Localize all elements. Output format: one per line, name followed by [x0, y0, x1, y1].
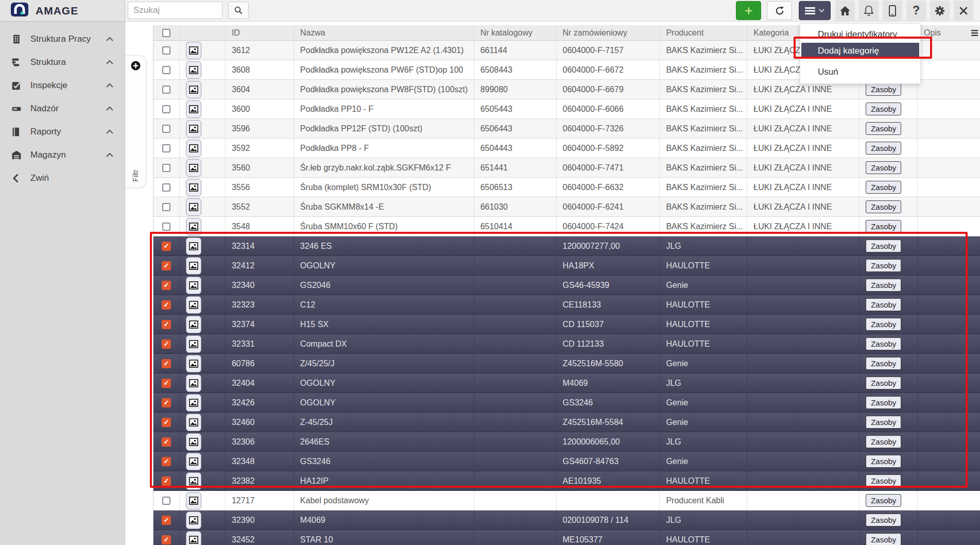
row-checkbox[interactable] — [162, 242, 171, 251]
table-row[interactable]: 32314 3246 ES 1200007277,00 JLG Zasoby — [153, 236, 980, 256]
row-image-button[interactable] — [186, 414, 201, 431]
zasoby-button[interactable]: Zasoby — [866, 416, 901, 429]
table-row[interactable]: 3596 Podkładka PP12F (STD) (100szt) 6506… — [153, 119, 980, 139]
row-image-button[interactable] — [186, 335, 201, 353]
row-checkbox[interactable] — [162, 261, 171, 270]
row-checkbox[interactable] — [162, 164, 170, 172]
table-row[interactable]: 32382 HA12IP AE101935 HAULOTTE Zasoby — [153, 471, 980, 491]
table-row[interactable]: 12717 Kabel podstawowy Producent Kabli Z… — [153, 491, 980, 510]
zasoby-button[interactable]: Zasoby — [866, 298, 901, 311]
row-image-button[interactable] — [186, 374, 201, 392]
row-image-button[interactable] — [186, 42, 201, 59]
table-row[interactable]: 3600 Podkładka PP10 - F 6505443 0604000-… — [153, 99, 980, 119]
zasoby-button[interactable]: Zasoby — [866, 279, 901, 292]
header-producent[interactable]: Producent — [660, 25, 747, 40]
zasoby-button[interactable]: Zasoby — [866, 396, 901, 409]
sidebar-item-magazyn[interactable]: Magazyn — [0, 143, 125, 166]
close-button[interactable] — [954, 1, 973, 21]
row-image-button[interactable] — [186, 531, 201, 545]
row-image-button[interactable] — [186, 140, 201, 157]
row-checkbox[interactable] — [162, 516, 171, 525]
header-id[interactable]: ID — [226, 25, 294, 40]
table-row[interactable]: 32323 C12 CE118133 HAULOTTE Zasoby — [153, 295, 980, 315]
row-checkbox[interactable] — [162, 86, 170, 94]
row-checkbox[interactable] — [162, 300, 171, 310]
row-image-button[interactable] — [186, 198, 201, 216]
table-row[interactable]: 32390 M4069 0200109078 / 114 JLG Zasoby — [153, 510, 980, 530]
add-filter-button[interactable] — [131, 61, 141, 73]
zasoby-button[interactable]: Zasoby — [866, 181, 901, 194]
row-checkbox[interactable] — [162, 535, 171, 544]
row-image-button[interactable] — [186, 179, 201, 196]
help-button[interactable]: ? — [906, 1, 926, 21]
zasoby-button[interactable]: Zasoby — [866, 435, 901, 448]
row-image-button[interactable] — [186, 453, 201, 470]
row-checkbox[interactable] — [162, 46, 170, 55]
mobile-button[interactable] — [883, 1, 902, 21]
row-image-button[interactable] — [186, 512, 201, 529]
settings-button[interactable] — [930, 1, 950, 21]
row-checkbox[interactable] — [162, 203, 170, 211]
filter-panel-tab[interactable]: Filtr — [125, 55, 146, 188]
column-chooser-button[interactable] — [971, 29, 978, 38]
row-image-button[interactable] — [186, 277, 201, 294]
table-row[interactable]: 32340 GS2046 GS46-45939 Genie Zasoby — [153, 276, 980, 295]
zasoby-button[interactable]: Zasoby — [866, 318, 901, 331]
header-nr-katalogowy[interactable]: Nr katalogowy — [474, 25, 557, 40]
zasoby-button[interactable]: Zasoby — [866, 220, 901, 233]
row-image-button[interactable] — [186, 100, 201, 118]
home-button[interactable] — [835, 1, 855, 21]
search-input[interactable] — [128, 2, 222, 19]
zasoby-button[interactable]: Zasoby — [866, 83, 901, 96]
row-checkbox[interactable] — [162, 457, 171, 466]
table-row[interactable]: 32331 Compact DX CD 112133 HAULOTTE Zaso… — [153, 334, 980, 354]
row-image-button[interactable] — [186, 120, 201, 138]
row-checkbox[interactable] — [162, 497, 170, 505]
row-checkbox[interactable] — [162, 476, 171, 486]
zasoby-button[interactable]: Zasoby — [866, 200, 901, 213]
row-image-button[interactable] — [186, 81, 201, 98]
actions-menu-button[interactable] — [799, 1, 831, 20]
zasoby-button[interactable]: Zasoby — [866, 240, 901, 252]
header-nazwa[interactable]: Nazwa — [294, 25, 474, 40]
row-image-button[interactable] — [186, 433, 201, 451]
zasoby-button[interactable]: Zasoby — [866, 533, 901, 545]
sidebar-item-struktura-pracy[interactable]: Struktura Pracy — [0, 27, 125, 50]
sidebar-item-raporty[interactable]: Raporty — [0, 120, 125, 143]
zasoby-button[interactable]: Zasoby — [866, 122, 901, 135]
zasoby-button[interactable]: Zasoby — [866, 514, 901, 526]
row-checkbox[interactable] — [162, 379, 171, 388]
search-button[interactable] — [228, 2, 249, 19]
row-image-button[interactable] — [186, 492, 201, 509]
zasoby-button[interactable]: Zasoby — [866, 337, 901, 350]
zasoby-button[interactable]: Zasoby — [866, 494, 901, 507]
table-row[interactable]: 3556 Śruba (komplet) SRM10x30F (STD) 650… — [153, 178, 980, 197]
row-checkbox[interactable] — [162, 281, 171, 290]
table-row[interactable]: 32348 GS3246 GS4607-84763 Genie Zasoby — [153, 452, 980, 471]
row-image-button[interactable] — [186, 257, 201, 275]
zasoby-button[interactable]: Zasoby — [866, 377, 901, 389]
header-nr-zamowieniowy[interactable]: Nr zamówieniowy — [557, 25, 660, 40]
row-checkbox[interactable] — [162, 223, 170, 231]
table-row[interactable]: 3548 Śruba SMM10x60 F (STD) 6510414 0604… — [153, 217, 980, 236]
row-checkbox[interactable] — [162, 105, 170, 113]
zasoby-button[interactable]: Zasoby — [866, 142, 901, 155]
add-button[interactable] — [736, 1, 761, 20]
table-row[interactable]: 32306 2646ES 1200006065,00 JLG Zasoby — [153, 432, 980, 452]
sidebar-item-struktura[interactable]: Struktura — [0, 50, 125, 74]
select-all-checkbox[interactable] — [162, 29, 170, 37]
row-image-button[interactable] — [186, 237, 201, 255]
sidebar-item-zwin[interactable]: Zwiń — [0, 166, 125, 190]
header-opis[interactable]: Opis — [918, 25, 980, 40]
row-checkbox[interactable] — [162, 398, 171, 407]
row-image-button[interactable] — [186, 316, 201, 333]
row-checkbox[interactable] — [162, 418, 171, 427]
row-checkbox[interactable] — [162, 339, 171, 349]
row-checkbox[interactable] — [162, 125, 170, 133]
zasoby-button[interactable]: Zasoby — [866, 103, 901, 115]
table-row[interactable]: 3592 Podkładka PP8 - F 6504443 0604000-F… — [153, 139, 980, 158]
row-checkbox[interactable] — [162, 144, 170, 152]
row-image-button[interactable] — [186, 61, 201, 79]
table-row[interactable]: 32404 OGOLNY M4069 JLG Zasoby — [153, 373, 980, 393]
row-image-button[interactable] — [186, 394, 201, 412]
